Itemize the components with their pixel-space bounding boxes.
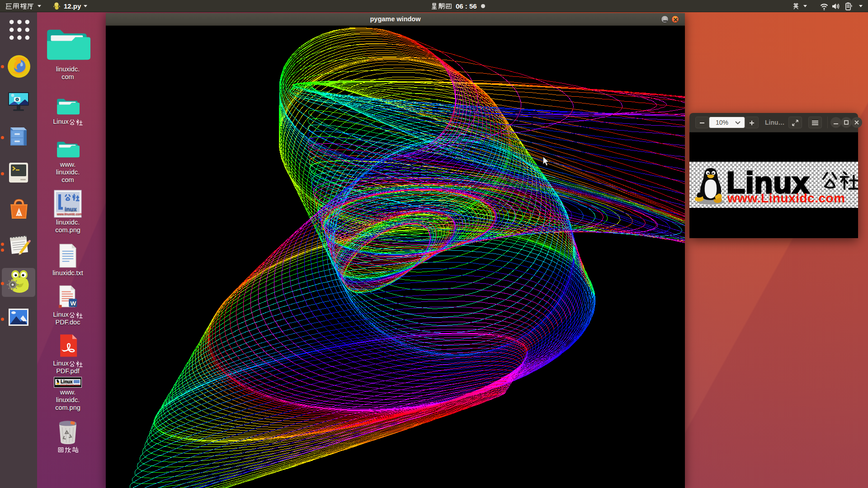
svg-text:W: W (71, 300, 76, 307)
svg-text:www.linuxidc.com: www.linuxidc.com (57, 212, 82, 216)
svg-text:www.linuxidc.com: www.linuxidc.com (60, 384, 80, 386)
svg-text:inux: inux (65, 206, 77, 212)
